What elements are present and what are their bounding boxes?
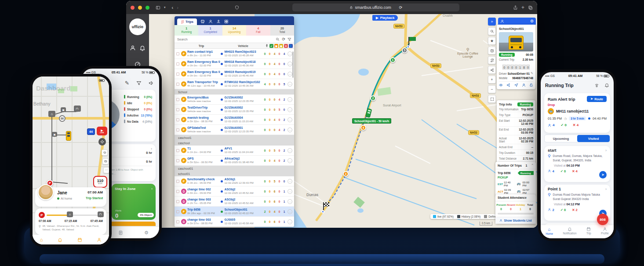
vehicle-name[interactable]: MH023 RamObject023: [224, 50, 262, 54]
vehicle-name[interactable]: MH018 Ramobject018: [224, 60, 262, 64]
trip-name[interactable]: EmergenctBus: [187, 96, 220, 99]
chevron-right-icon[interactable]: ›: [605, 187, 607, 191]
active-trip-card[interactable]: Ram Alert trip ➤Route Drop 🚌 MH11 ramobj…: [544, 93, 610, 133]
trip-row[interactable]: P functionality checkin 3h 2m - 06:00 PM…: [175, 176, 294, 186]
row-menu-button[interactable]: ⋯: [287, 128, 292, 132]
route-button[interactable]: [488, 56, 496, 64]
chevron-right-icon[interactable]: ›: [605, 148, 607, 153]
destination-flag[interactable]: [409, 37, 416, 41]
stay-in-zone-card[interactable]: Stay In Zone› Alerts 0 0% Object: [112, 184, 156, 220]
row-menu-button[interactable]: ⋯: [287, 51, 292, 56]
bell-icon[interactable]: [139, 45, 146, 51]
navigate-icon[interactable]: [514, 83, 518, 87]
school-marker[interactable]: ⛫: [74, 106, 81, 112]
bus-stop-marker[interactable]: ▣: [61, 107, 66, 112]
nav-item-notification[interactable]: Notification: [563, 227, 576, 235]
calendar-nav-icon[interactable]: [77, 237, 82, 242]
trip-name[interactable]: Ram contact trip1: [187, 50, 220, 54]
col-vehicle[interactable]: Vehicle: [222, 44, 264, 47]
trip-name[interactable]: Ram Emergency Bus 01: [187, 60, 220, 64]
row-menu-button[interactable]: ⋯: [287, 219, 292, 224]
trip-name[interactable]: Trip 6656: [187, 208, 220, 211]
trip-name[interactable]: change time 003: [187, 218, 220, 222]
status-stat-cell[interactable]: 1Completed: [198, 25, 222, 36]
vehicle-name[interactable]: ASObj1: [224, 178, 262, 181]
vehicle-photo[interactable]: [499, 32, 533, 51]
person-icon[interactable]: [500, 19, 504, 23]
trip-row[interactable]: D change time 003in 2h 7m - 05:05 PM ASO…: [175, 197, 294, 207]
trip-group-header[interactable]: caschool: [175, 140, 294, 146]
shield-icon[interactable]: [235, 5, 239, 10]
trip-name[interactable]: functionality check: [187, 178, 220, 181]
new-tab-icon[interactable]: +: [521, 4, 524, 11]
trip-name[interactable]: Ram Transporter Trip: [187, 80, 220, 84]
vehicle-name[interactable]: GJ0005: [224, 218, 262, 222]
vehicle-name[interactable]: ASObj2: [224, 198, 262, 201]
locate-button[interactable]: [98, 138, 106, 146]
row-checkbox[interactable]: [176, 200, 179, 203]
stop-card[interactable]: start› ⚲ Dumas Road, Dumas, Majura Taluk…: [544, 146, 610, 182]
minimize-window-button[interactable]: [138, 6, 142, 10]
bell-nav-icon[interactable]: [58, 237, 62, 242]
user-icon[interactable]: [130, 45, 136, 51]
row-menu-button[interactable]: ⋯: [287, 62, 292, 66]
favorite-button[interactable]: ★: [488, 37, 496, 45]
trip-row[interactable]: P Ram Emergency Bus 01in 0h 0m - 02:00 P…: [175, 59, 294, 69]
edit-driver-icon[interactable]: ✎: [531, 72, 533, 75]
route-button[interactable]: ➤Route: [587, 96, 607, 102]
address-bar[interactable]: smartbus.uffizio.com ⟳: [292, 4, 459, 11]
vehicle-name[interactable]: MH019 Ramobject019: [224, 70, 262, 74]
uffizio-logo[interactable]: uffizio: [129, 18, 146, 35]
row-checkbox[interactable]: [176, 149, 179, 152]
row-checkbox[interactable]: [176, 52, 179, 55]
checkpoint-marker-4[interactable]: 4: [360, 125, 366, 131]
tab-drivers-icon[interactable]: [216, 19, 221, 24]
bus-stop-marker[interactable]: ▣: [52, 132, 57, 137]
trip-name[interactable]: TestDriverTrip: [187, 106, 220, 109]
checkpoint-marker-2[interactable]: 2: [370, 95, 376, 101]
trip-name[interactable]: change time 003: [187, 198, 220, 201]
trip-row[interactable]: P EmergenctBusVehicle was inactive GJ15A…: [175, 95, 294, 105]
filter-icon[interactable]: [287, 37, 291, 41]
legend-row[interactable]: Stopped 0 (0%): [124, 107, 152, 111]
show-students-list-link[interactable]: Show Students List: [495, 217, 536, 224]
chevron-down-icon[interactable]: ▾: [164, 6, 166, 9]
zoom-in-button[interactable]: +: [488, 76, 496, 84]
trip-name[interactable]: manish testing: [187, 116, 220, 120]
row-menu-button[interactable]: ⋯: [287, 72, 292, 77]
checkpoint-marker-1[interactable]: 1: [390, 57, 396, 63]
row-checkbox[interactable]: [176, 220, 179, 223]
legend-item[interactable]: live (97.92%): [433, 215, 454, 218]
nav-item-profile[interactable]: Profile: [601, 227, 609, 235]
row-checkbox[interactable]: [176, 108, 179, 111]
refresh-icon[interactable]: ⟳: [282, 37, 285, 41]
map-area[interactable]: ▶Playback NH53 NH53 NH53 NH53 Crushh ⚲Ep…: [149, 14, 537, 228]
row-checkbox[interactable]: [176, 159, 179, 162]
trip-name[interactable]: T1: [187, 147, 220, 150]
tab-overview-icon[interactable]: [528, 5, 533, 10]
share-vehicle-icon[interactable]: [506, 83, 510, 87]
profile-nav-icon[interactable]: [97, 237, 102, 242]
trip-row[interactable]: P manish testingin 5h 32m - 08:30 PM GJ1…: [175, 115, 294, 125]
trip-name[interactable]: GPS: [187, 157, 220, 160]
legend-row[interactable]: InActive 13 (76%): [124, 113, 152, 117]
vehicle-name[interactable]: GJ15AA0001: [224, 126, 262, 130]
status-stat-cell[interactable]: 20Total: [270, 25, 294, 36]
share-map-button[interactable]: [488, 66, 496, 74]
row-checkbox[interactable]: [176, 190, 179, 193]
row-checkbox[interactable]: [176, 83, 179, 86]
legend-row[interactable]: No Data 4 (24%): [124, 120, 152, 123]
megaphone-icon[interactable]: [149, 80, 154, 86]
vehicle-name[interactable]: RTMH102 RamObject102: [224, 80, 262, 84]
search-icon[interactable]: [276, 37, 280, 41]
trip-row[interactable]: P Trip 66560h 18m ago - 02:39 PM SchoolO…: [175, 207, 294, 217]
trip-name[interactable]: Ram Emergency Bus 03: [187, 70, 220, 74]
bell-icon[interactable]: [604, 83, 609, 87]
tab-students-icon[interactable]: [208, 19, 213, 24]
reload-icon[interactable]: ⟳: [399, 5, 403, 10]
trip-row[interactable]: P TestDriverTripVehicle was inactive GJ1…: [175, 105, 294, 115]
report-icon[interactable]: [118, 230, 123, 235]
row-checkbox[interactable]: [176, 62, 179, 66]
vehicle-name[interactable]: SchoolObject01: [224, 208, 262, 211]
trip-row[interactable]: P GPSdataTestVehicle was inactive GJ15AA…: [175, 125, 294, 135]
